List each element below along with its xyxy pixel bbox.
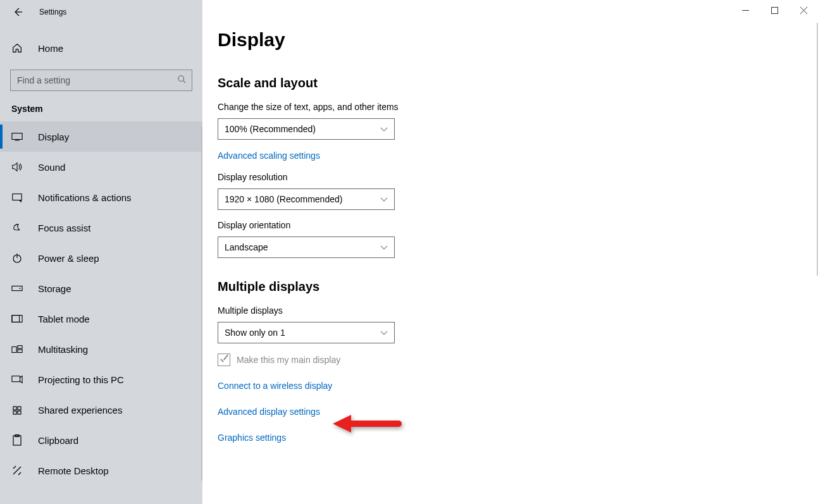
sidebar-item-storage[interactable]: Storage bbox=[0, 273, 202, 304]
sidebar-item-label: Shared experiences bbox=[38, 405, 122, 415]
svg-point-8 bbox=[20, 288, 21, 289]
sidebar-item-multitasking[interactable]: Multitasking bbox=[0, 334, 202, 364]
sidebar-item-label: Multitasking bbox=[38, 344, 88, 355]
chevron-down-icon bbox=[380, 124, 388, 134]
multi-value: Show only on 1 bbox=[225, 328, 285, 338]
titlebar: Settings bbox=[0, 0, 202, 24]
sidebar-item-label: Notifications & actions bbox=[38, 192, 132, 203]
checkbox-icon bbox=[218, 353, 230, 366]
sidebar-item-display[interactable]: Display bbox=[0, 121, 202, 152]
section-scale-layout: Scale and layout bbox=[218, 76, 818, 90]
sidebar-item-label: Display bbox=[38, 132, 69, 142]
svg-rect-4 bbox=[13, 194, 22, 200]
section-multiple-displays: Multiple displays bbox=[218, 280, 818, 294]
display-icon bbox=[11, 131, 23, 142]
advanced-scaling-link[interactable]: Advanced scaling settings bbox=[218, 151, 320, 161]
sidebar-item-shared-experiences[interactable]: Shared experiences bbox=[0, 395, 202, 425]
main-display-checkbox: Make this my main display bbox=[218, 353, 818, 366]
maximize-button[interactable] bbox=[760, 0, 789, 20]
sidebar-item-focus-assist[interactable]: Focus assist bbox=[0, 212, 202, 243]
sound-icon bbox=[11, 161, 23, 173]
svg-rect-25 bbox=[771, 7, 778, 13]
notifications-icon bbox=[11, 192, 23, 203]
svg-rect-10 bbox=[12, 316, 20, 323]
sidebar-item-label: Storage bbox=[38, 283, 71, 294]
sidebar-item-clipboard[interactable]: Clipboard bbox=[0, 425, 202, 455]
svg-rect-12 bbox=[18, 346, 22, 349]
checkbox-label: Make this my main display bbox=[237, 355, 340, 365]
shared-icon bbox=[11, 404, 23, 415]
sidebar-item-label: Tablet mode bbox=[38, 314, 90, 324]
sidebar-item-label: Power & sleep bbox=[38, 253, 99, 264]
sidebar-item-label: Clipboard bbox=[38, 435, 78, 446]
sidebar-item-label: Focus assist bbox=[38, 223, 90, 233]
search-box[interactable] bbox=[10, 70, 192, 91]
resolution-label: Display resolution bbox=[218, 172, 818, 182]
search-icon bbox=[177, 75, 186, 86]
chevron-down-icon bbox=[380, 194, 388, 204]
svg-rect-14 bbox=[12, 376, 20, 382]
svg-rect-2 bbox=[12, 133, 22, 140]
svg-line-1 bbox=[183, 81, 186, 83]
sidebar-home[interactable]: Home bbox=[0, 33, 202, 63]
svg-rect-17 bbox=[13, 411, 16, 414]
resolution-value: 1920 × 1080 (Recommended) bbox=[225, 194, 342, 204]
svg-rect-19 bbox=[13, 436, 21, 445]
svg-rect-18 bbox=[18, 411, 21, 414]
graphics-settings-link[interactable]: Graphics settings bbox=[218, 433, 286, 443]
scale-value: 100% (Recommended) bbox=[225, 124, 316, 134]
svg-rect-7 bbox=[12, 286, 22, 290]
multi-label: Multiple displays bbox=[218, 305, 818, 316]
multi-select[interactable]: Show only on 1 bbox=[218, 322, 395, 343]
orientation-label: Display orientation bbox=[218, 220, 818, 230]
svg-point-0 bbox=[178, 76, 184, 82]
sidebar-item-remote-desktop[interactable]: Remote Desktop bbox=[0, 455, 202, 486]
svg-rect-13 bbox=[18, 350, 22, 353]
sidebar-item-notifications[interactable]: Notifications & actions bbox=[0, 182, 202, 212]
sidebar-nav: Display Sound Notifications & actions Fo… bbox=[0, 121, 202, 504]
tablet-icon bbox=[11, 313, 23, 324]
svg-line-22 bbox=[13, 466, 16, 469]
app-title: Settings bbox=[39, 8, 66, 16]
multitasking-icon bbox=[11, 343, 23, 355]
clipboard-icon bbox=[11, 434, 23, 446]
power-icon bbox=[11, 252, 23, 264]
sidebar-item-projecting[interactable]: Projecting to this PC bbox=[0, 364, 202, 395]
back-button[interactable] bbox=[11, 6, 24, 18]
chevron-down-icon bbox=[380, 242, 388, 252]
home-icon bbox=[11, 42, 23, 54]
main-content: Display Scale and layout Change the size… bbox=[202, 0, 818, 504]
search-input[interactable] bbox=[10, 70, 192, 91]
minimize-button[interactable] bbox=[731, 0, 760, 20]
projecting-icon bbox=[11, 374, 23, 385]
svg-line-23 bbox=[18, 472, 21, 475]
svg-rect-9 bbox=[12, 316, 22, 323]
page-title: Display bbox=[218, 29, 818, 51]
window-controls bbox=[731, 0, 818, 20]
svg-rect-16 bbox=[18, 407, 21, 410]
sidebar-item-sound[interactable]: Sound bbox=[0, 152, 202, 182]
remote-desktop-icon bbox=[11, 465, 23, 476]
scale-select[interactable]: 100% (Recommended) bbox=[218, 118, 395, 140]
sidebar-item-tablet-mode[interactable]: Tablet mode bbox=[0, 304, 202, 334]
chevron-down-icon bbox=[380, 328, 388, 338]
svg-rect-15 bbox=[13, 407, 16, 410]
sidebar-item-label: Sound bbox=[38, 162, 65, 173]
sidebar-item-power-sleep[interactable]: Power & sleep bbox=[0, 243, 202, 273]
orientation-value: Landscape bbox=[225, 242, 268, 252]
sidebar: Settings Home System Display bbox=[0, 0, 202, 504]
resolution-select[interactable]: 1920 × 1080 (Recommended) bbox=[218, 188, 395, 210]
svg-rect-11 bbox=[12, 347, 16, 352]
sidebar-item-label: Remote Desktop bbox=[38, 465, 109, 476]
wireless-display-link[interactable]: Connect to a wireless display bbox=[218, 381, 332, 391]
sidebar-item-label: Projecting to this PC bbox=[38, 374, 124, 385]
close-button[interactable] bbox=[789, 0, 818, 20]
orientation-select[interactable]: Landscape bbox=[218, 237, 395, 258]
scale-label: Change the size of text, apps, and other… bbox=[218, 102, 818, 112]
storage-icon bbox=[11, 283, 23, 294]
sidebar-category: System bbox=[0, 91, 202, 121]
advanced-display-link[interactable]: Advanced display settings bbox=[218, 407, 320, 417]
home-label: Home bbox=[38, 43, 63, 54]
focus-assist-icon bbox=[11, 222, 23, 233]
